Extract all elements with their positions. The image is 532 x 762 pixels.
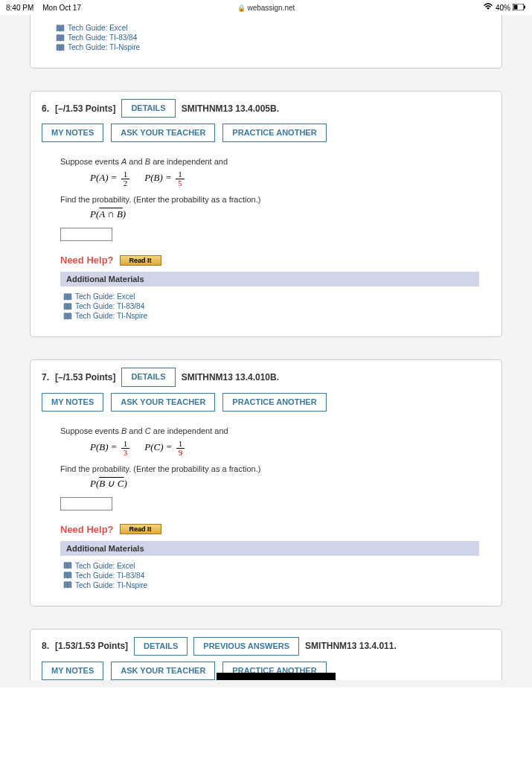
tech-guides: Tech Guide: Excel Tech Guide: TI-83/84 T…: [53, 24, 479, 51]
lock-icon: 🔒: [237, 4, 246, 12]
details-button[interactable]: DETAILS: [121, 368, 175, 386]
page-content: Tech Guide: Excel Tech Guide: TI-83/84 T…: [0, 15, 532, 688]
need-help-label: Need Help?: [60, 254, 114, 266]
question-ref: SMITHNM13 13.4.005B.: [182, 103, 279, 114]
my-notes-button[interactable]: MY NOTES: [42, 124, 103, 142]
book-icon: [63, 562, 72, 569]
book-icon: [63, 572, 72, 579]
tech-guide-label: Tech Guide: Excel: [68, 24, 128, 32]
answer-input[interactable]: [60, 497, 112, 510]
read-it-button[interactable]: Read It: [120, 524, 161, 534]
math-given: P(A) = 12 P(B) = 15: [90, 170, 479, 188]
question-body: Suppose events A and B are independent a…: [31, 150, 501, 336]
book-icon: [63, 313, 72, 320]
book-icon: [56, 34, 65, 42]
additional-materials-header: Additional Materials: [60, 272, 479, 286]
question-number: 6.: [42, 103, 49, 114]
tech-guide-label: Tech Guide: TI-Nspire: [75, 581, 147, 589]
tech-guide-label: Tech Guide: TI-83/84: [75, 572, 144, 580]
my-notes-button[interactable]: MY NOTES: [42, 393, 103, 412]
tech-guides: Tech Guide: Excel Tech Guide: TI-83/84 T…: [60, 562, 479, 589]
book-icon: [63, 581, 72, 589]
redaction-bar: [217, 673, 336, 680]
tech-guide-label: Tech Guide: TI-Nspire: [75, 312, 147, 320]
tech-guide-ti83[interactable]: Tech Guide: TI-83/84: [56, 33, 479, 42]
tech-guide-label: Tech Guide: TI-Nspire: [68, 43, 140, 51]
question-text: Suppose events A and B are independent a…: [60, 157, 479, 166]
read-it-button[interactable]: Read It: [120, 255, 161, 266]
tech-guide-label: Tech Guide: TI-83/84: [68, 33, 137, 42]
question-instruction: Find the probability. (Enter the probabi…: [60, 195, 479, 204]
tech-guide-nspire[interactable]: Tech Guide: TI-Nspire: [63, 581, 479, 589]
tech-guides: Tech Guide: Excel Tech Guide: TI-83/84 T…: [60, 292, 479, 320]
question-instruction: Find the probability. (Enter the probabi…: [60, 464, 479, 473]
book-icon: [56, 25, 65, 32]
url-text: webassign.net: [247, 4, 295, 12]
question-number: 8.: [42, 641, 49, 651]
book-icon: [56, 44, 65, 51]
question-header: 7. [–/1.53 Points] DETAILS SMITHNM13 13.…: [31, 360, 501, 411]
probability-expression: P(B ∪ C): [90, 478, 479, 490]
question-points: [–/1.53 Points]: [55, 372, 115, 382]
question-text: Suppose events B and C are independent a…: [60, 426, 479, 435]
url-bar: 🔒 webassign.net: [0, 4, 532, 12]
tech-guide-label: Tech Guide: Excel: [75, 292, 135, 301]
tech-guide-nspire[interactable]: Tech Guide: TI-Nspire: [63, 312, 479, 320]
tech-guide-ti83[interactable]: Tech Guide: TI-83/84: [63, 302, 479, 310]
question-remnant: Tech Guide: Excel Tech Guide: TI-83/84 T…: [30, 15, 502, 68]
tech-guide-excel[interactable]: Tech Guide: Excel: [56, 24, 479, 32]
tech-guide-nspire[interactable]: Tech Guide: TI-Nspire: [56, 43, 479, 51]
status-bar: 8:40 PM Mon Oct 17 🔒 webassign.net 40%: [0, 0, 532, 15]
question-points: [1.53/1.53 Points]: [55, 641, 128, 651]
tech-guide-label: Tech Guide: Excel: [75, 562, 135, 570]
need-help-row: Need Help? Read It: [60, 254, 479, 266]
question-number: 7.: [42, 372, 49, 382]
question-ref: SMITHNM13 13.4.011.: [305, 641, 397, 651]
my-notes-button[interactable]: MY NOTES: [42, 662, 103, 680]
question-7: 7. [–/1.53 Points] DETAILS SMITHNM13 13.…: [30, 359, 502, 606]
question-header: 6. [–/1.53 Points] DETAILS SMITHNM13 13.…: [31, 92, 501, 142]
book-icon: [63, 303, 72, 310]
practice-another-button[interactable]: PRACTICE ANOTHER: [222, 124, 326, 142]
question-points: [–/1.53 Points]: [55, 103, 115, 114]
book-icon: [63, 293, 72, 301]
ask-teacher-button[interactable]: ASK YOUR TEACHER: [111, 393, 215, 412]
additional-materials-header: Additional Materials: [60, 541, 479, 556]
question-body: Suppose events B and C are independent a…: [31, 419, 501, 606]
math-given: P(B) = 13 P(C) = 19: [90, 440, 479, 457]
previous-answers-button[interactable]: PREVIOUS ANSWERS: [193, 637, 299, 656]
need-help-label: Need Help?: [60, 524, 114, 535]
probability-expression: P(A ∩ B): [90, 208, 479, 220]
ask-teacher-button[interactable]: ASK YOUR TEACHER: [111, 124, 215, 142]
answer-input[interactable]: [60, 228, 112, 241]
need-help-row: Need Help? Read It: [60, 524, 479, 535]
details-button[interactable]: DETAILS: [134, 637, 188, 656]
details-button[interactable]: DETAILS: [121, 99, 175, 118]
tech-guide-excel[interactable]: Tech Guide: Excel: [63, 562, 479, 570]
question-ref: SMITHNM13 13.4.010B.: [182, 372, 279, 382]
ask-teacher-button[interactable]: ASK YOUR TEACHER: [111, 662, 215, 680]
question-6: 6. [–/1.53 Points] DETAILS SMITHNM13 13.…: [30, 91, 502, 337]
tech-guide-excel[interactable]: Tech Guide: Excel: [63, 292, 479, 301]
question-8: 8. [1.53/1.53 Points] DETAILS PREVIOUS A…: [30, 629, 502, 680]
tech-guide-label: Tech Guide: TI-83/84: [75, 302, 144, 310]
tech-guide-ti83[interactable]: Tech Guide: TI-83/84: [63, 572, 479, 580]
practice-another-button[interactable]: PRACTICE ANOTHER: [222, 393, 326, 412]
